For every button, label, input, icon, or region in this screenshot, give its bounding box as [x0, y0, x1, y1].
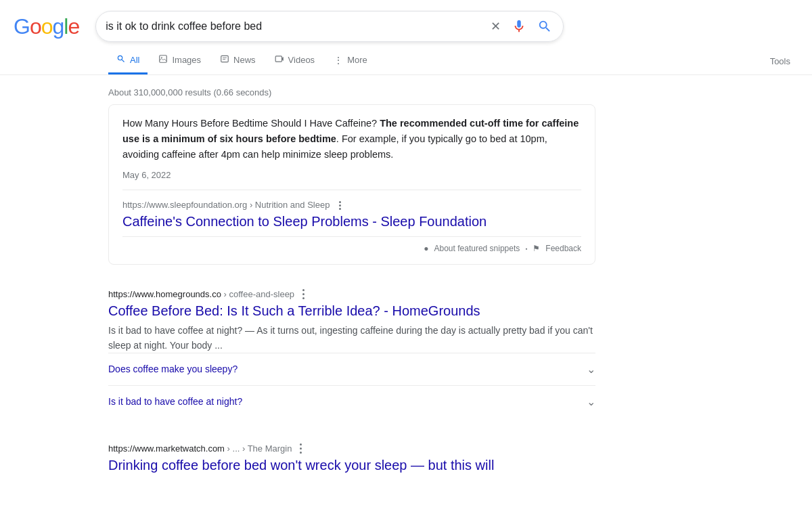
- question-icon: ●: [424, 244, 428, 253]
- snippet-feedback: ● About featured snippets ● ⚑ Feedback: [122, 236, 581, 253]
- source-base-url: https://www.sleepfoundation.org: [122, 200, 247, 210]
- feedback-icon: ⚑: [533, 244, 540, 253]
- logo-letter-g: G: [14, 14, 30, 39]
- result-breadcrumb-1: › coffee-and-sleep: [224, 289, 295, 299]
- tab-images-label: Images: [172, 55, 201, 65]
- result-url-row-2: https://www.marketwatch.com › ... › The …: [108, 442, 595, 455]
- source-url: https://www.sleepfoundation.org › Nutrit…: [122, 200, 581, 211]
- tab-videos-label: Videos: [288, 55, 315, 65]
- logo-letter-g2: g: [52, 14, 64, 39]
- more-icon: ⋮: [334, 55, 343, 66]
- svg-rect-0: [160, 56, 167, 63]
- clear-button[interactable]: ✕: [489, 18, 502, 35]
- microphone-icon: [512, 19, 526, 34]
- faq-question-1: Does coffee make you sleepy?: [108, 364, 238, 374]
- featured-result-title[interactable]: Caffeine's Connection to Sleep Problems …: [122, 214, 581, 230]
- news-icon: [220, 54, 229, 66]
- svg-point-1: [162, 57, 163, 58]
- result-title-1[interactable]: Coffee Before Bed: Is It Such a Terrible…: [108, 303, 595, 319]
- source-menu-dots[interactable]: [336, 200, 344, 211]
- logo-letter-o2: o: [41, 14, 53, 39]
- result-item-1: https://www.homegrounds.co › coffee-and-…: [108, 276, 595, 430]
- tools-button[interactable]: Tools: [762, 49, 798, 73]
- result-base-url-2: https://www.marketwatch.com: [108, 443, 225, 454]
- result-menu-dots-2[interactable]: [297, 442, 304, 455]
- tab-videos[interactable]: Videos: [267, 47, 323, 74]
- tab-more[interactable]: ⋮ More: [325, 48, 376, 74]
- result-breadcrumb-2: › ... › The Margin: [227, 443, 292, 454]
- dot2: [339, 204, 341, 206]
- search-icon: [537, 19, 552, 34]
- tab-more-label: More: [347, 55, 367, 65]
- result-url-2: https://www.marketwatch.com › ... › The …: [108, 443, 292, 454]
- about-snippets-label[interactable]: About featured snippets: [434, 244, 520, 253]
- tab-images[interactable]: Images: [150, 47, 209, 74]
- result-item-2: https://www.marketwatch.com › ... › The …: [108, 430, 595, 485]
- header: Google ✕: [0, 0, 812, 42]
- featured-source: https://www.sleepfoundation.org › Nutrit…: [122, 190, 581, 230]
- faq-chevron-2: ⌄: [587, 395, 595, 408]
- result-menu-dots-1[interactable]: [300, 288, 307, 301]
- svg-rect-5: [275, 56, 281, 62]
- result-title-2[interactable]: Drinking coffee before bed won't wreck y…: [108, 458, 595, 473]
- results-count: About 310,000,000 results (0.66 seconds): [108, 75, 595, 104]
- svg-rect-2: [221, 56, 229, 62]
- search-button[interactable]: [536, 18, 554, 35]
- search-input[interactable]: [106, 20, 489, 32]
- tab-all[interactable]: All: [108, 47, 148, 74]
- tab-news[interactable]: News: [212, 47, 264, 74]
- dot3: [339, 208, 341, 210]
- tab-news-label: News: [233, 55, 256, 65]
- faq-item-1[interactable]: Does coffee make you sleepy? ⌄: [108, 353, 595, 385]
- faq-chevron-1: ⌄: [587, 363, 595, 376]
- nav-tabs: All Images News Videos ⋮ More Tools: [0, 42, 812, 75]
- result-url-row-1: https://www.homegrounds.co › coffee-and-…: [108, 288, 595, 301]
- images-icon: [158, 54, 168, 66]
- result-url-1: https://www.homegrounds.co › coffee-and-…: [108, 289, 294, 299]
- feedback-label[interactable]: Feedback: [545, 244, 581, 253]
- videos-icon: [275, 54, 284, 66]
- source-breadcrumb: › Nutrition and Sleep: [250, 200, 330, 210]
- feedback-separator: ●: [525, 246, 527, 250]
- nav-left: All Images News Videos ⋮ More: [108, 47, 376, 74]
- tab-all-label: All: [130, 55, 139, 65]
- faq-question-2: Is it bad to have coffee at night?: [108, 396, 242, 407]
- featured-date: May 6, 2022: [122, 170, 581, 180]
- result-snippet-1: Is it bad to have coffee at night? — As …: [108, 323, 595, 353]
- results-area: About 310,000,000 results (0.66 seconds)…: [0, 75, 609, 485]
- search-bar: ✕: [95, 11, 564, 42]
- featured-link[interactable]: How Many Hours Before Bedtime Should I H…: [122, 118, 377, 129]
- result-base-url-1: https://www.homegrounds.co: [108, 289, 221, 299]
- logo-letter-o1: o: [30, 14, 41, 39]
- search-icons: ✕: [489, 18, 554, 35]
- dot1: [339, 201, 341, 203]
- all-icon: [116, 54, 126, 66]
- logo-letter-e: e: [68, 14, 79, 39]
- featured-text: How Many Hours Before Bedtime Should I H…: [122, 116, 581, 163]
- google-logo[interactable]: Google: [14, 14, 79, 39]
- voice-search-button[interactable]: [510, 18, 528, 35]
- featured-snippet: How Many Hours Before Bedtime Should I H…: [108, 104, 595, 265]
- faq-item-2[interactable]: Is it bad to have coffee at night? ⌄: [108, 385, 595, 418]
